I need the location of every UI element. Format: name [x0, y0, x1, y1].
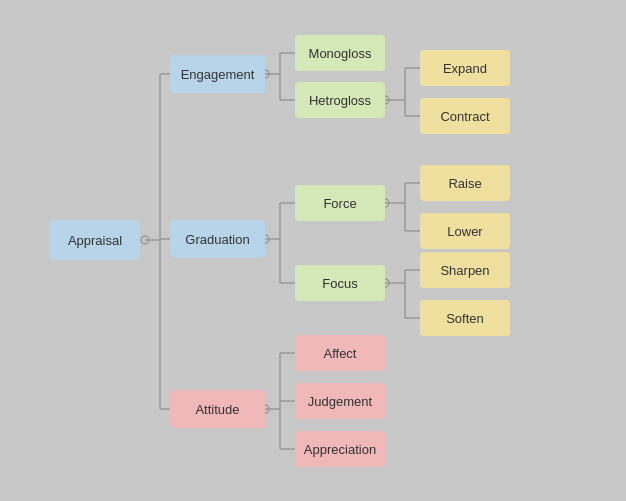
engagement-label: Engagement [181, 67, 255, 82]
monogloss-label: Monogloss [309, 46, 372, 61]
raise-label: Raise [448, 176, 481, 191]
monogloss-node: Monogloss [295, 35, 385, 71]
graduation-label: Graduation [185, 232, 249, 247]
lower-label: Lower [447, 224, 482, 239]
heterogloss-node: Hetrogloss [295, 82, 385, 118]
svg-point-1 [141, 236, 149, 244]
sharpen-node: Sharpen [420, 252, 510, 288]
appreciation-node: Appreciation [295, 431, 385, 467]
appraisal-label: Appraisal [68, 233, 122, 248]
appraisal-node: Appraisal [50, 220, 140, 260]
raise-node: Raise [420, 165, 510, 201]
focus-label: Focus [322, 276, 357, 291]
sharpen-label: Sharpen [440, 263, 489, 278]
force-label: Force [323, 196, 356, 211]
soften-node: Soften [420, 300, 510, 336]
attitude-node: Attitude [170, 390, 265, 428]
engagement-node: Engagement [170, 55, 265, 93]
heterogloss-label: Hetrogloss [309, 93, 371, 108]
expand-label: Expand [443, 61, 487, 76]
judgement-label: Judgement [308, 394, 372, 409]
affect-label: Affect [323, 346, 356, 361]
appreciation-label: Appreciation [304, 442, 376, 457]
force-node: Force [295, 185, 385, 221]
contract-label: Contract [440, 109, 489, 124]
affect-node: Affect [295, 335, 385, 371]
graduation-node: Graduation [170, 220, 265, 258]
judgement-node: Judgement [295, 383, 385, 419]
expand-node: Expand [420, 50, 510, 86]
soften-label: Soften [446, 311, 484, 326]
attitude-label: Attitude [195, 402, 239, 417]
lower-node: Lower [420, 213, 510, 249]
contract-node: Contract [420, 98, 510, 134]
focus-node: Focus [295, 265, 385, 301]
